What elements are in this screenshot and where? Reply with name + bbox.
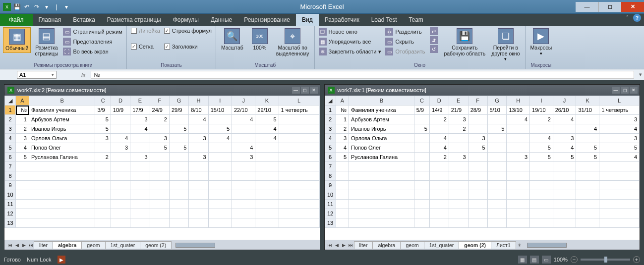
cell[interactable]: 3 (189, 134, 208, 143)
row-header[interactable]: 11 (325, 200, 336, 209)
cell[interactable] (279, 124, 319, 134)
cell[interactable] (232, 124, 255, 134)
cell[interactable] (189, 200, 208, 209)
cell[interactable]: 4 (336, 143, 349, 153)
cell[interactable] (553, 218, 576, 228)
cell[interactable] (232, 190, 255, 200)
cell[interactable] (232, 162, 255, 171)
cell[interactable] (29, 162, 95, 171)
cell[interactable] (255, 190, 279, 200)
savews-button[interactable]: 💾Сохранить рабочую область (442, 27, 487, 57)
col-header[interactable]: I (530, 96, 553, 106)
cell[interactable] (95, 200, 111, 209)
cell[interactable] (208, 162, 232, 171)
cell[interactable] (449, 181, 468, 190)
cell[interactable] (336, 171, 349, 181)
sheet-tab[interactable]: algebra (372, 241, 401, 249)
cell[interactable] (130, 162, 150, 171)
cell[interactable] (130, 171, 150, 181)
cell[interactable]: 3 (599, 115, 640, 124)
cell[interactable]: 3 (95, 134, 111, 143)
cell[interactable] (150, 209, 169, 218)
ribbon-tab-рецензирование[interactable]: Рецензирование (238, 14, 296, 26)
cell[interactable] (130, 190, 150, 200)
cell[interactable]: 8/10 (189, 106, 208, 115)
tab-prev-icon[interactable]: ◀ (13, 242, 20, 249)
scrollbar-thumb[interactable] (176, 243, 215, 248)
formula-input[interactable]: № (91, 71, 634, 79)
cell[interactable] (414, 200, 429, 209)
cell[interactable] (279, 190, 319, 200)
cell[interactable]: 3 (150, 134, 169, 143)
cell[interactable]: Иванов Игорь (29, 124, 95, 134)
cell[interactable] (111, 218, 130, 228)
cell[interactable] (16, 218, 29, 228)
cell[interactable] (487, 115, 507, 124)
cell[interactable] (576, 115, 599, 124)
cell[interactable]: 5 (150, 143, 169, 153)
redo-icon[interactable]: ↷ (33, 3, 41, 11)
cell[interactable] (208, 209, 232, 218)
cell[interactable]: 17/9 (130, 106, 150, 115)
tab-first-icon[interactable]: ⏮ (327, 242, 334, 249)
doc-maximize-button[interactable]: ◻ (301, 87, 309, 94)
cell[interactable] (487, 162, 507, 171)
cell[interactable] (255, 171, 279, 181)
cell[interactable]: 19/10 (530, 106, 553, 115)
pagelayout-statusbtn[interactable]: ▤ (530, 256, 539, 264)
cell[interactable] (468, 181, 487, 190)
doc-close-button[interactable]: ✕ (630, 87, 638, 94)
hide-button[interactable]: ▭Скрыть (384, 37, 426, 46)
cell[interactable] (507, 162, 530, 171)
cell[interactable] (449, 209, 468, 218)
row-header[interactable]: 8 (325, 171, 336, 181)
zoom-slider[interactable] (581, 259, 630, 261)
cell[interactable] (189, 171, 208, 181)
cell[interactable] (169, 134, 188, 143)
cell[interactable] (208, 190, 232, 200)
cell[interactable]: Фамилия ученика (349, 106, 414, 115)
cell[interactable] (279, 143, 319, 153)
cell[interactable] (468, 200, 487, 209)
cell[interactable] (349, 218, 414, 228)
cell[interactable] (599, 190, 640, 200)
cell[interactable] (95, 171, 111, 181)
normal-view-statusbtn[interactable]: ▦ (518, 256, 527, 264)
cell[interactable] (414, 143, 429, 153)
zoom-out-button[interactable]: − (571, 256, 578, 263)
col-header[interactable]: H (189, 96, 208, 106)
cell[interactable]: 4 (599, 153, 640, 162)
cell[interactable] (414, 181, 429, 190)
sheet-tab[interactable]: geom (2) (459, 241, 491, 249)
cell[interactable]: 1 (16, 115, 29, 124)
cell[interactable] (111, 115, 130, 124)
cell[interactable] (507, 209, 530, 218)
cell[interactable] (468, 124, 487, 134)
cell[interactable] (279, 134, 319, 143)
cell[interactable] (576, 209, 599, 218)
cell[interactable]: 4 (429, 134, 449, 143)
row-header[interactable]: 12 (325, 209, 336, 218)
newwindow-button[interactable]: ❐Новое окно (318, 27, 383, 36)
cell[interactable] (16, 209, 29, 218)
ribbon-tab-разметка-страницы[interactable]: Разметка страницы (101, 14, 167, 26)
cell[interactable] (576, 171, 599, 181)
cell[interactable] (29, 209, 95, 218)
cell[interactable]: 2 (95, 153, 111, 162)
col-header[interactable]: E (130, 96, 150, 106)
cell[interactable] (336, 218, 349, 228)
cell[interactable] (349, 162, 414, 171)
cell[interactable] (553, 171, 576, 181)
cell[interactable] (530, 162, 553, 171)
cell[interactable]: 3 (449, 115, 468, 124)
cell[interactable] (429, 162, 449, 171)
status-macro-icon[interactable]: ▶ (58, 256, 65, 264)
cell[interactable] (336, 209, 349, 218)
cell[interactable]: 3 (507, 153, 530, 162)
cell[interactable] (414, 153, 429, 162)
col-header[interactable]: D (429, 96, 449, 106)
tab-prev-icon[interactable]: ◀ (334, 242, 341, 249)
row-header[interactable]: 7 (5, 162, 16, 171)
cell[interactable] (487, 200, 507, 209)
cell[interactable]: Русланова Галина (349, 153, 414, 162)
